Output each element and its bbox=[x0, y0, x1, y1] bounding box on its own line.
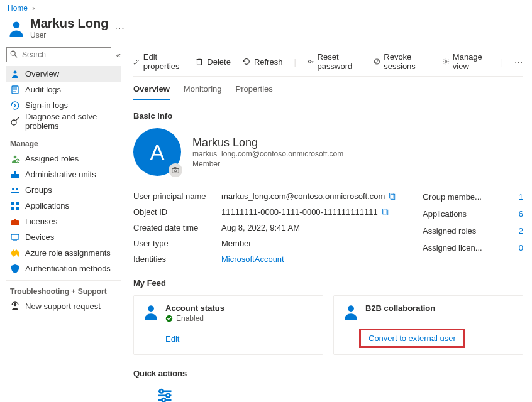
collapse-sidebar-button[interactable]: « bbox=[116, 50, 121, 60]
sidebar-item-diagnose[interactable]: Diagnose and solve problems bbox=[6, 113, 121, 129]
sidebar-item-signin-logs[interactable]: Sign-in logs bbox=[6, 97, 121, 113]
basic-info-heading: Basic info bbox=[133, 111, 523, 121]
upn-label: User principal name bbox=[133, 192, 221, 201]
page-title: Markus Long bbox=[30, 16, 108, 31]
applications-link[interactable]: 6 bbox=[519, 209, 523, 219]
devices-icon bbox=[10, 232, 20, 242]
shield-icon bbox=[10, 264, 20, 274]
sidebar-item-azure-roles[interactable]: Azure role assignments bbox=[6, 245, 121, 261]
delete-button[interactable]: Delete bbox=[195, 57, 231, 67]
quick-actions-heading: Quick actions bbox=[133, 369, 523, 378]
user-upn: markus_long.com@contoso.onmicrosoft.com bbox=[192, 149, 343, 158]
toolbar-label: Delete bbox=[207, 57, 231, 67]
sidebar-item-label: Audit logs bbox=[25, 85, 61, 94]
toolbar-more-button[interactable]: ··· bbox=[514, 57, 523, 67]
user-member-type: Member bbox=[192, 160, 343, 168]
main-content: Edit properties Delete Refresh | Reset p… bbox=[125, 45, 532, 402]
toolbar-label: Refresh bbox=[254, 57, 283, 67]
account-status-card: Account status Enabled Edit bbox=[133, 295, 323, 355]
toolbar: Edit properties Delete Refresh | Reset p… bbox=[133, 48, 523, 77]
azure-role-icon bbox=[10, 248, 20, 258]
chevron-right-icon: › bbox=[32, 4, 35, 13]
copy-button[interactable] bbox=[389, 192, 397, 200]
card-title: B2B collaboration bbox=[365, 303, 435, 313]
sidebar-item-label: Azure role assignments bbox=[25, 248, 111, 258]
key-icon bbox=[308, 57, 314, 66]
camera-icon bbox=[171, 166, 180, 175]
page-header: Markus Long User ··· bbox=[0, 14, 532, 45]
sidebar-item-devices[interactable]: Devices bbox=[6, 229, 121, 245]
sidebar-item-audit-logs[interactable]: Audit logs bbox=[6, 82, 121, 97]
user-icon bbox=[343, 303, 359, 320]
pencil-icon bbox=[133, 57, 140, 66]
objectid-value: 11111111-0000-1111-0000-111111111111 bbox=[221, 207, 378, 217]
licenses-icon bbox=[10, 217, 20, 227]
sidebar-item-support[interactable]: New support request bbox=[6, 298, 121, 314]
sidebar-item-admin-units[interactable]: Administrative units bbox=[6, 166, 121, 182]
breadcrumb-home[interactable]: Home bbox=[8, 4, 28, 13]
identities-label: Identities bbox=[133, 254, 221, 264]
more-button[interactable]: ··· bbox=[114, 23, 125, 34]
admin-units-icon bbox=[10, 170, 20, 180]
card-title: Account status bbox=[165, 303, 224, 313]
assigned-roles-label: Assigned roles bbox=[423, 226, 476, 236]
edit-properties-button[interactable]: Edit properties bbox=[133, 52, 184, 71]
sidebar-item-label: Administrative units bbox=[25, 170, 96, 179]
sidebar-item-label: Diagnose and solve problems bbox=[25, 112, 117, 131]
applications-label: Applications bbox=[423, 209, 467, 219]
sidebar-item-groups[interactable]: Groups bbox=[6, 182, 121, 198]
tab-overview[interactable]: Overview bbox=[133, 84, 170, 100]
change-photo-button[interactable] bbox=[169, 163, 182, 177]
support-icon bbox=[10, 302, 20, 312]
wrench-icon bbox=[10, 116, 20, 126]
sidebar-section-manage: Manage bbox=[6, 133, 121, 151]
usertype-value: Member bbox=[221, 239, 252, 248]
sidebar-item-overview[interactable]: Overview bbox=[6, 66, 121, 82]
search-icon bbox=[9, 50, 18, 58]
revoke-sessions-button[interactable]: Revoke sessions bbox=[374, 52, 431, 71]
refresh-icon bbox=[242, 57, 251, 66]
sidebar-item-applications[interactable]: Applications bbox=[6, 198, 121, 214]
sidebar-item-label: Assigned roles bbox=[25, 154, 79, 163]
group-memberships-link[interactable]: 1 bbox=[519, 192, 523, 202]
user-name: Markus Long bbox=[192, 136, 343, 149]
reset-password-button[interactable]: Reset password bbox=[308, 52, 363, 71]
sidebar-item-label: Groups bbox=[25, 185, 52, 195]
tabs: Overview Monitoring Properties bbox=[133, 77, 523, 100]
convert-to-external-link[interactable]: Convert to external user bbox=[369, 334, 456, 343]
sidebar-item-assigned-roles[interactable]: Assigned roles bbox=[6, 151, 121, 166]
objectid-label: Object ID bbox=[133, 207, 221, 217]
toolbar-label: Edit properties bbox=[143, 52, 184, 71]
roles-icon bbox=[10, 154, 20, 164]
gear-icon bbox=[443, 57, 450, 66]
toolbar-label: Manage view bbox=[453, 52, 490, 71]
revoke-icon bbox=[374, 57, 380, 66]
sidebar-section-troubleshoot: Troubleshooting + Support bbox=[6, 280, 121, 298]
copy-button[interactable] bbox=[382, 208, 390, 216]
toolbar-label: Revoke sessions bbox=[384, 52, 431, 71]
edit-link[interactable]: Edit bbox=[165, 334, 179, 344]
sidebar-item-auth-methods[interactable]: Authentication methods bbox=[6, 261, 121, 276]
refresh-button[interactable]: Refresh bbox=[242, 57, 283, 67]
user-icon bbox=[8, 19, 25, 37]
assigned-licenses-link[interactable]: 0 bbox=[519, 243, 523, 253]
sidebar-item-licenses[interactable]: Licenses bbox=[6, 214, 121, 229]
quick-action-edit-properties[interactable]: Edit properties bbox=[133, 386, 196, 402]
sidebar-item-label: Devices bbox=[25, 232, 54, 242]
tab-properties[interactable]: Properties bbox=[236, 84, 273, 100]
status-text: Enabled bbox=[176, 314, 204, 323]
identities-link[interactable]: MicrosoftAccount bbox=[221, 254, 284, 264]
sidebar-item-label: Authentication methods bbox=[25, 264, 111, 273]
sidebar-item-label: Licenses bbox=[25, 217, 57, 226]
tab-monitoring[interactable]: Monitoring bbox=[184, 84, 222, 100]
my-feed-heading: My Feed bbox=[133, 278, 523, 288]
search-input[interactable] bbox=[6, 47, 111, 62]
groups-icon bbox=[10, 185, 20, 195]
toolbar-divider: | bbox=[294, 57, 296, 67]
manage-view-button[interactable]: Manage view bbox=[443, 52, 490, 71]
check-icon bbox=[165, 315, 173, 322]
toolbar-label: Reset password bbox=[318, 52, 363, 71]
user-icon bbox=[143, 303, 159, 320]
assigned-roles-link[interactable]: 2 bbox=[519, 226, 523, 236]
created-value: Aug 8, 2022, 9:41 AM bbox=[221, 223, 300, 232]
